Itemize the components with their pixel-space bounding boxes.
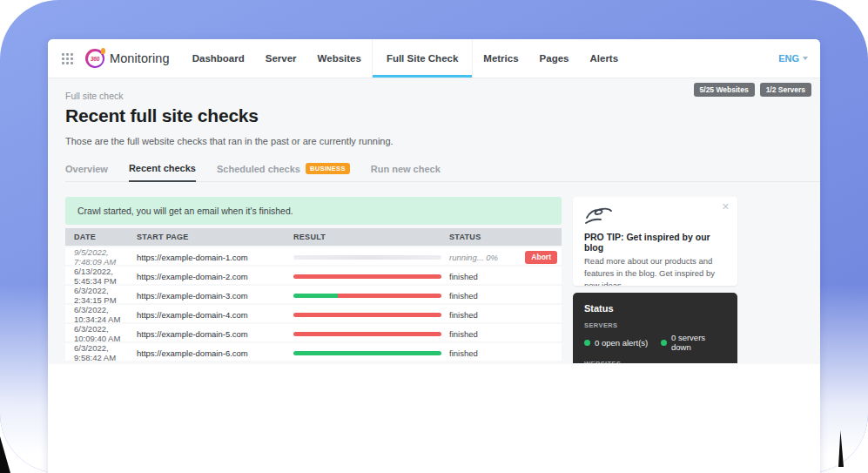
status-items: 0 open alert(s)0 servers down — [584, 333, 726, 352]
table-row: 6/3/2022, 2:34:15 PMhttps://example-doma… — [65, 286, 562, 303]
progress-red-segment — [293, 274, 441, 279]
logo-360-icon: 360 — [85, 49, 104, 68]
cell-status: finished — [449, 329, 562, 339]
cell-result — [293, 255, 449, 260]
page-content: 5/25 Websites1/2 Servers Full site check… — [48, 78, 820, 364]
progress-bar — [293, 351, 441, 355]
tab-scheduled-checks[interactable]: Scheduled checksBUSINESS — [217, 163, 350, 181]
table-row: 6/3/2022, 10:34:24 AMhttps://example-dom… — [65, 305, 562, 322]
cell-status: finished — [449, 348, 562, 358]
language-selector[interactable]: ENG — [778, 53, 808, 64]
cell-date: 6/3/2022, 10:34:24 AM — [74, 305, 137, 324]
cell-date: 6/3/2022, 9:58:42 AM — [74, 343, 137, 362]
flame-icon — [101, 48, 105, 54]
nav-item-full-site-check[interactable]: Full Site Check — [372, 39, 473, 78]
tab-label: Overview — [65, 164, 108, 174]
pro-tip-title: PRO TIP: Get inspired by our blog — [584, 232, 726, 253]
progress-bar — [293, 332, 441, 336]
nav-item-server[interactable]: Server — [255, 39, 307, 78]
page-title: Recent full site checks — [65, 105, 803, 126]
progress-bar — [293, 294, 441, 298]
col-result: RESULT — [293, 233, 449, 241]
tab-label: Scheduled checks — [217, 164, 300, 174]
progress-bar — [293, 274, 441, 279]
nav-items: DashboardServerWebsitesFull Site CheckMe… — [182, 39, 629, 78]
col-start-page: START PAGE — [137, 233, 293, 241]
table-row: 9/5/2022, 7:48:09 AMhttps://example-doma… — [65, 247, 562, 265]
tab-label: Run new check — [371, 164, 441, 174]
chevron-down-icon — [803, 57, 808, 60]
status-panel-title: Status — [584, 303, 726, 314]
table-header: DATE START PAGE RESULT STATUS — [65, 228, 562, 246]
status-text: finished — [449, 329, 478, 339]
inspiration-doodle-icon — [584, 206, 614, 226]
progress-red-segment — [338, 294, 441, 298]
status-text: finished — [449, 272, 478, 281]
status-section-label: WEBSITES — [584, 360, 726, 363]
table-row: 6/3/2022, 10:09:40 AMhttps://example-dom… — [65, 324, 562, 341]
status-text: finished — [449, 348, 478, 358]
nav-item-alerts[interactable]: Alerts — [579, 39, 629, 78]
col-status: STATUS — [449, 233, 562, 241]
cell-result — [293, 274, 449, 279]
green-dot-icon — [584, 340, 590, 346]
status-item: 0 servers down — [661, 333, 726, 352]
cell-date: 6/3/2022, 2:34:15 PM — [74, 286, 137, 305]
cell-status: running... 0%Abort — [449, 251, 562, 264]
cell-date: 9/5/2022, 7:48:09 AM — [74, 247, 137, 267]
nav-item-websites[interactable]: Websites — [307, 39, 372, 78]
checks-column: Crawl started, you will get an email whe… — [65, 197, 562, 361]
nav-item-metrics[interactable]: Metrics — [473, 39, 528, 78]
cell-result — [293, 351, 449, 355]
table-row: 6/13/2022, 5:45:34 PMhttps://example-dom… — [65, 267, 562, 284]
main-grid: Crawl started, you will get an email whe… — [65, 197, 803, 363]
quota-badge: 5/25 Websites — [694, 83, 755, 97]
quota-badges: 5/25 Websites1/2 Servers — [694, 83, 811, 97]
tab-run-new-check[interactable]: Run new check — [371, 164, 441, 181]
app-window: 360 Monitoring DashboardServerWebsitesFu… — [48, 39, 820, 473]
status-text: finished — [449, 291, 478, 301]
cell-date: 6/3/2022, 10:09:40 AM — [74, 324, 137, 343]
cell-status: finished — [449, 272, 562, 281]
progress-bar — [293, 255, 441, 260]
table-body: 9/5/2022, 7:48:09 AMhttps://example-doma… — [65, 247, 562, 361]
cell-start-page: https://example-domain-6.com — [137, 348, 293, 358]
tabs: OverviewRecent checksScheduled checksBUS… — [65, 163, 820, 182]
cell-start-page: https://example-domain-2.com — [137, 272, 293, 281]
tab-overview[interactable]: Overview — [65, 164, 108, 181]
cell-start-page: https://example-domain-1.com — [137, 253, 293, 262]
cell-result — [293, 313, 449, 317]
status-item-label: 0 open alert(s) — [595, 338, 648, 348]
nav-item-dashboard[interactable]: Dashboard — [182, 39, 255, 78]
cell-start-page: https://example-domain-5.com — [137, 329, 293, 339]
quota-badge: 1/2 Servers — [760, 83, 811, 97]
breadcrumb: Full site check — [65, 91, 803, 101]
cell-start-page: https://example-domain-4.com — [137, 310, 293, 320]
abort-button[interactable]: Abort — [525, 251, 557, 264]
progress-green-segment — [293, 294, 338, 298]
side-column: ✕ PRO TIP: Get inspired by our blog Read… — [573, 197, 737, 363]
status-section-label: SERVERS — [584, 321, 726, 329]
success-banner: Crawl started, you will get an email whe… — [65, 197, 562, 225]
table-row: 6/3/2022, 9:58:42 AMhttps://example-doma… — [65, 343, 562, 361]
navbar: 360 Monitoring DashboardServerWebsitesFu… — [48, 39, 820, 78]
status-text: finished — [449, 310, 478, 320]
logo[interactable]: 360 Monitoring — [85, 49, 170, 68]
tab-recent-checks[interactable]: Recent checks — [129, 163, 196, 182]
status-sections: SERVERS0 open alert(s)0 servers downWEBS… — [584, 321, 726, 363]
cell-result — [293, 294, 449, 298]
green-dot-icon — [661, 340, 667, 346]
cell-status: finished — [449, 291, 562, 301]
app-grid-icon[interactable] — [62, 53, 73, 64]
cell-date: 6/13/2022, 5:45:34 PM — [74, 267, 137, 286]
business-badge: BUSINESS — [306, 163, 350, 174]
progress-green-segment — [293, 351, 441, 355]
brand-name: Monitoring — [110, 51, 170, 65]
status-panel: Status SERVERS0 open alert(s)0 servers d… — [573, 293, 737, 363]
stage: 360 Monitoring DashboardServerWebsitesFu… — [0, 0, 868, 473]
status-text: running... 0% — [449, 253, 498, 262]
cell-start-page: https://example-domain-3.com — [137, 291, 293, 301]
nav-item-pages[interactable]: Pages — [529, 39, 580, 78]
close-icon[interactable]: ✕ — [722, 202, 730, 212]
page-description: Those are the full website checks that r… — [65, 136, 803, 146]
